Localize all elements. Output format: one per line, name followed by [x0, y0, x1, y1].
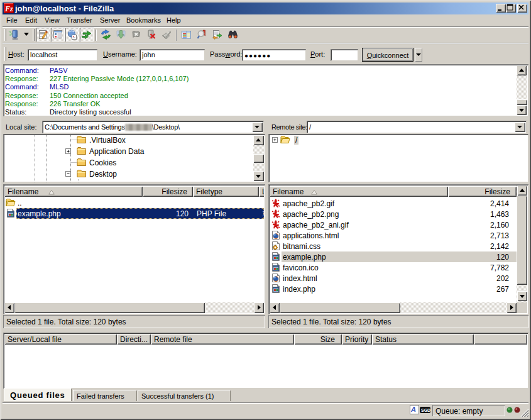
svg-text:Fz: Fz: [4, 4, 13, 13]
